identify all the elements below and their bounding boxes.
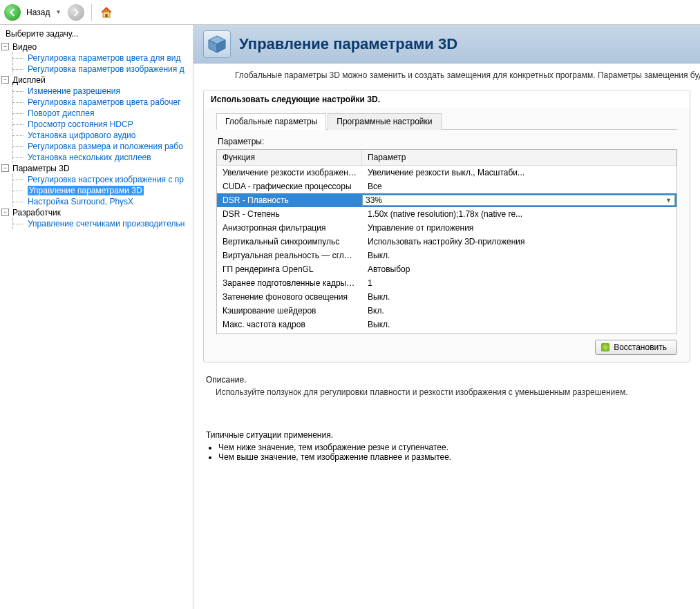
svg-rect-1 <box>106 14 108 17</box>
tab-program[interactable]: Программные настройки <box>328 113 441 130</box>
task-tree: −ВидеоРегулировка параметров цвета для в… <box>0 41 193 229</box>
table-row[interactable]: Заранее подготовленные кадры вирту...1 <box>217 276 677 290</box>
cell-parameter: Все <box>362 181 677 192</box>
restore-button[interactable]: Восстановить <box>595 340 677 355</box>
tree-item[interactable]: Установка нескольких дисплеев <box>28 153 151 162</box>
cell-parameter: Выкл. <box>362 250 677 261</box>
description-section: Описание. Используйте ползунок для регул… <box>193 369 700 403</box>
header-icon <box>203 30 231 58</box>
tree-item[interactable]: Регулировка параметров цвета рабочег <box>28 97 181 107</box>
cell-function: CUDA - графические процессоры <box>217 181 362 192</box>
tree-toggle[interactable]: − <box>1 43 9 50</box>
task-label: Выберите задачу... <box>0 29 193 41</box>
sidebar: Выберите задачу... −ВидеоРегулировка пар… <box>0 25 193 609</box>
tree-item[interactable]: Регулировка настроек изображения с пр <box>28 175 184 184</box>
tree-item[interactable]: Управление параметрами 3D <box>28 186 144 195</box>
tree-item[interactable]: Установка цифрового аудио <box>28 130 135 140</box>
tree-toggle[interactable]: − <box>1 76 9 84</box>
home-button[interactable] <box>99 5 114 20</box>
table-row[interactable]: Виртуальная реальность — сглаживан...Вык… <box>217 249 677 262</box>
tree-item[interactable]: Поворот дисплея <box>28 108 95 118</box>
cell-function: Макс. частота кадров <box>217 319 362 330</box>
back-label: Назад <box>26 8 50 17</box>
tree-category[interactable]: Параметры 3D <box>0 163 193 174</box>
arrow-left-icon <box>8 8 17 17</box>
settings-group: Использовать следующие настройки 3D. Гло… <box>203 90 690 362</box>
forward-button[interactable] <box>68 4 84 21</box>
column-parameter[interactable]: Параметр <box>362 150 677 165</box>
tree-item[interactable]: Просмотр состояния HDCP <box>28 119 133 129</box>
cell-function: Вертикальный синхроимпульс <box>217 236 362 247</box>
chevron-down-icon: ▼ <box>665 197 672 204</box>
back-button[interactable] <box>4 4 21 21</box>
table-row[interactable]: Вертикальный синхроимпульсИспользовать н… <box>217 235 677 249</box>
cell-parameter: Автовыбор <box>362 264 677 275</box>
params-label: Параметры: <box>218 137 677 146</box>
toolbar: Назад ▼ <box>0 0 700 25</box>
table-row[interactable]: Увеличение резкости изображенияУвеличени… <box>217 166 677 180</box>
list-item: Чем ниже значение, тем изображение резче… <box>218 443 688 452</box>
cell-parameter: 1 <box>362 278 677 289</box>
tree-toggle[interactable]: − <box>1 164 9 172</box>
tree-item[interactable]: Настройка Surround, PhysX <box>28 197 133 206</box>
tabs: Глобальные параметрыПрограммные настройк… <box>216 113 677 130</box>
tree-category[interactable]: Видео <box>0 41 193 52</box>
header-banner: Управление параметрами 3D <box>193 25 700 64</box>
table-row[interactable]: DSR - Степень1.50x (native resolution);1… <box>217 207 677 221</box>
group-title: Использовать следующие настройки 3D. <box>204 90 690 108</box>
table-row[interactable]: CUDA - графические процессорыВсе <box>217 180 677 193</box>
cell-parameter: Увеличение резкости выкл., Масштаби... <box>362 167 677 178</box>
usage-list: Чем ниже значение, тем изображение резче… <box>218 443 688 462</box>
params-header: Функция Параметр <box>217 150 677 166</box>
tree-item[interactable]: Регулировка размера и положения рабо <box>28 142 183 151</box>
content-area: Управление параметрами 3D Глобальные пар… <box>193 25 700 609</box>
cube-3d-icon <box>206 33 228 55</box>
description-title: Описание. <box>206 375 688 385</box>
table-row[interactable]: Макс. частота кадровВыкл. <box>217 318 677 331</box>
toolbar-separator <box>91 4 92 21</box>
table-row[interactable]: Кэширование шейдеровВкл. <box>217 304 677 318</box>
cell-function: Заранее подготовленные кадры вирту... <box>217 278 362 289</box>
tree-category[interactable]: Разработчик <box>0 207 193 218</box>
usage-section: Типичные ситуации применения. Чем ниже з… <box>193 403 700 467</box>
home-icon <box>100 6 113 19</box>
tab-global[interactable]: Глобальные параметры <box>216 113 326 130</box>
nvidia-icon <box>601 343 609 351</box>
back-dropdown[interactable]: ▼ <box>55 9 61 15</box>
cell-function: Виртуальная реальность — сглаживан... <box>217 250 362 261</box>
page-title: Управление параметрами 3D <box>239 35 457 53</box>
cell-parameter: Управление от приложения <box>362 222 677 233</box>
tree-item[interactable]: Регулировка параметров цвета для вид <box>28 53 180 63</box>
usage-title: Типичные ситуации применения. <box>206 430 688 440</box>
params-body[interactable]: Увеличение резкости изображенияУвеличени… <box>217 166 677 334</box>
params-table: Функция Параметр Увеличение резкости изо… <box>216 149 677 334</box>
cell-function: ГП рендеринга OpenGL <box>217 264 362 275</box>
list-item: Чем выше значение, тем изображение плавн… <box>218 452 688 462</box>
arrow-right-icon <box>71 8 81 17</box>
cell-function: DSR - Степень <box>217 209 362 220</box>
tree-item[interactable]: Изменение разрешения <box>28 86 120 96</box>
cell-function: Увеличение резкости изображения <box>217 167 362 178</box>
cell-parameter: 1.50x (native resolution);1.78x (native … <box>362 209 677 220</box>
tree-item[interactable]: Управление счетчиками производительн <box>28 219 185 229</box>
restore-label: Восстановить <box>614 342 667 352</box>
cell-parameter-dropdown[interactable]: 33%▼ <box>362 195 675 206</box>
tree-item[interactable]: Регулировка параметров изображения д <box>28 64 185 74</box>
cell-parameter: Вкл. <box>362 305 677 316</box>
cell-function: DSR - Плавность <box>217 195 362 206</box>
page-description: Глобальные параметры 3D можно заменить и… <box>193 64 700 87</box>
tree-category[interactable]: Дисплей <box>0 75 193 86</box>
cell-function: Кэширование шейдеров <box>217 305 362 316</box>
column-function[interactable]: Функция <box>217 150 362 165</box>
description-text: Используйте ползунок для регулировки пла… <box>216 387 688 397</box>
cell-function: Затенение фонового освещения <box>217 291 362 302</box>
table-row[interactable]: DSR - Плавность33%▼ <box>217 193 677 207</box>
cell-parameter: Выкл. <box>362 319 677 330</box>
table-row[interactable]: Затенение фонового освещенияВыкл. <box>217 290 677 304</box>
table-row[interactable]: ГП рендеринга OpenGLАвтовыбор <box>217 262 677 276</box>
tree-toggle[interactable]: − <box>1 209 9 216</box>
table-row[interactable]: Анизотропная фильтрацияУправление от при… <box>217 221 677 235</box>
cell-function: Анизотропная фильтрация <box>217 222 362 233</box>
cell-parameter: Выкл. <box>362 291 677 302</box>
cell-parameter: Использовать настройку 3D-приложения <box>362 236 677 247</box>
